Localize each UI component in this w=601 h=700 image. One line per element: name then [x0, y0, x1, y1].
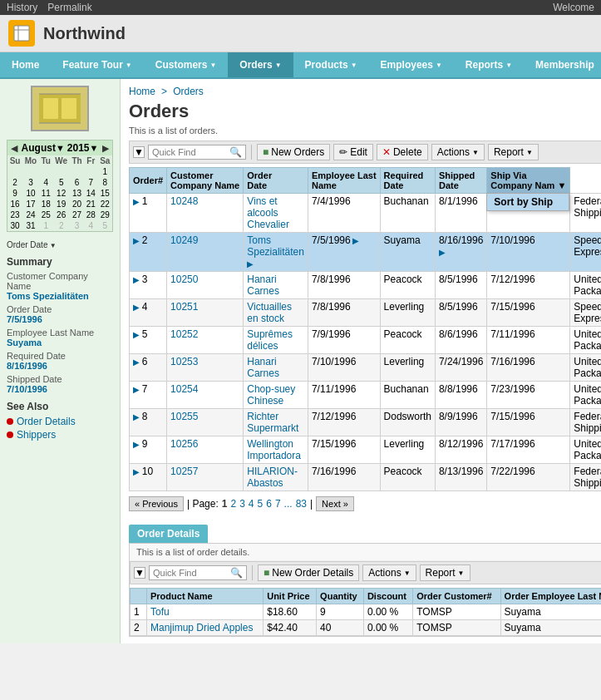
breadcrumb-home[interactable]: Home: [129, 86, 155, 97]
field-expand-icon[interactable]: ▶: [351, 236, 360, 245]
cal-day[interactable]: 1: [39, 220, 53, 231]
od-product-link[interactable]: Manjimup Dried Apples: [150, 622, 253, 633]
expand-icon[interactable]: ▶: [133, 197, 142, 206]
col-customer[interactable]: CustomerCompany Name: [167, 168, 244, 194]
expand-icon[interactable]: ▶: [133, 303, 142, 312]
cal-day[interactable]: 30: [7, 220, 22, 231]
cal-day[interactable]: 28: [84, 210, 97, 220]
nav-feature-tour[interactable]: Feature Tour: [51, 52, 143, 77]
expand-icon[interactable]: ▶: [133, 412, 142, 421]
table-row[interactable]: ▶ 810255Richter Supermarkt7/12/1996Dodsw…: [130, 409, 602, 436]
od-col-price[interactable]: Unit Price: [264, 589, 317, 604]
new-order-details-button[interactable]: ■ New Order Details: [258, 564, 359, 581]
table-row[interactable]: 2Manjimup Dried Apples$42.40400.00 %TOMS…: [131, 620, 602, 636]
delete-button[interactable]: ✕ Delete: [377, 144, 428, 160]
cal-day[interactable]: 1: [98, 166, 113, 177]
cal-day[interactable]: 11: [39, 188, 53, 199]
order-id-cell[interactable]: 10251: [167, 299, 244, 327]
table-row[interactable]: 1Tofu$18.6090.00 %TOMSPSuyama: [131, 604, 602, 620]
expand-icon[interactable]: ▶: [133, 440, 142, 449]
cal-day[interactable]: 22: [98, 199, 113, 210]
cal-day[interactable]: 6: [70, 177, 84, 188]
company-link[interactable]: Wellington Importadora: [247, 438, 301, 461]
table-row[interactable]: ▶ 210249Toms Spezialitäten ▶7/5/1996 ▶Su…: [130, 233, 602, 272]
od-col-order-customer[interactable]: Order Customer#: [413, 589, 500, 604]
order-id-link[interactable]: 10256: [170, 438, 198, 450]
cal-day[interactable]: 3: [70, 220, 84, 231]
company-link[interactable]: Chop-suey Chinese: [247, 383, 295, 407]
nav-employees[interactable]: Employees: [369, 52, 454, 77]
page-5[interactable]: 5: [258, 498, 264, 510]
new-orders-button[interactable]: ■ New Orders: [257, 144, 330, 160]
cal-day[interactable]: 20: [70, 199, 84, 210]
od-product-cell[interactable]: Tofu: [147, 604, 264, 620]
od-actions-dropdown[interactable]: Actions: [362, 564, 416, 581]
col-required-date[interactable]: RequiredDate: [380, 168, 435, 194]
cal-day[interactable]: 2: [53, 220, 70, 231]
order-id-cell[interactable]: 10250: [167, 272, 244, 299]
od-product-link[interactable]: Tofu: [150, 606, 170, 618]
expand-icon[interactable]: ▶: [133, 357, 142, 367]
company-link[interactable]: Suprêmes délices: [247, 328, 293, 352]
page-6[interactable]: 6: [266, 498, 272, 510]
cal-day[interactable]: 18: [39, 199, 53, 210]
filter-toggle[interactable]: ▼: [133, 146, 145, 158]
cal-day[interactable]: 29: [98, 210, 113, 220]
od-col-product[interactable]: Product Name: [147, 589, 264, 604]
cal-day[interactable]: 31: [22, 220, 39, 231]
expand-icon[interactable]: ▶: [133, 467, 142, 476]
od-filter-toggle[interactable]: ▼: [134, 567, 145, 579]
table-row[interactable]: ▶ 610253Hanari Carnes7/10/1996Leverling7…: [130, 354, 602, 382]
order-id-cell[interactable]: 10253: [167, 354, 244, 382]
cal-day[interactable]: 19: [53, 199, 70, 210]
company-link[interactable]: Richter Supermarkt: [247, 411, 298, 434]
cal-day[interactable]: 5: [98, 220, 113, 231]
page-3[interactable]: 3: [239, 498, 245, 510]
cal-day[interactable]: 7: [84, 177, 97, 188]
prev-button[interactable]: « Previous: [129, 496, 184, 511]
cal-day[interactable]: 21: [84, 199, 97, 210]
page-7[interactable]: 7: [275, 498, 281, 510]
page-2[interactable]: 2: [230, 498, 236, 510]
field-expand-icon[interactable]: ▶: [439, 248, 446, 257]
od-product-cell[interactable]: Manjimup Dried Apples: [147, 620, 264, 636]
cal-day[interactable]: 23: [7, 210, 22, 220]
col-employee[interactable]: Employee LastName: [308, 168, 380, 194]
calendar-prev[interactable]: ◀: [11, 143, 17, 154]
expand-icon[interactable]: ▶: [133, 385, 142, 394]
company-link[interactable]: Hanari Carnes: [247, 356, 279, 379]
order-date-filter[interactable]: Order Date: [7, 239, 113, 251]
order-id-link[interactable]: 10248: [170, 195, 198, 207]
col-ship-via[interactable]: Ship ViaCompany Nam ▼ Sort by Ship: [487, 168, 570, 194]
order-id-cell[interactable]: 10256: [167, 436, 244, 464]
order-id-cell[interactable]: 10257: [167, 464, 244, 491]
company-link[interactable]: Hanari Carnes: [247, 274, 279, 297]
sort-by-ship-item[interactable]: Sort by Ship: [487, 194, 569, 210]
nav-orders[interactable]: Orders: [228, 52, 293, 77]
table-row[interactable]: ▶ 1010257HILARION-Abastos7/16/1996Peacoc…: [130, 464, 602, 491]
nav-products[interactable]: Products: [293, 52, 369, 77]
expand-icon[interactable]: ▶: [133, 236, 142, 245]
od-col-qty[interactable]: Quantity: [317, 589, 364, 604]
nav-customers[interactable]: Customers: [144, 52, 229, 77]
company-link[interactable]: HILARION-Abastos: [247, 466, 298, 489]
expand-icon[interactable]: ▶: [133, 330, 142, 339]
od-report-dropdown[interactable]: Report: [420, 564, 470, 581]
order-id-cell[interactable]: 10252: [167, 327, 244, 354]
order-id-cell[interactable]: 10254: [167, 382, 244, 409]
cal-day[interactable]: 8: [98, 177, 113, 188]
company-link[interactable]: Vins et alcools Chevalier: [247, 195, 289, 230]
cal-day[interactable]: 13: [70, 188, 84, 199]
cal-day[interactable]: 12: [53, 188, 70, 199]
order-id-link[interactable]: 10251: [170, 301, 198, 313]
history-link[interactable]: History: [7, 2, 37, 13]
next-button[interactable]: Next »: [316, 496, 354, 511]
table-row[interactable]: ▶ 410251Victuailles en stock7/8/1996Leve…: [130, 299, 602, 327]
cal-day[interactable]: 17: [22, 199, 39, 210]
nav-membership[interactable]: Membership: [524, 52, 601, 77]
table-row[interactable]: ▶ 510252Suprêmes délices7/9/1996Peacock8…: [130, 327, 602, 354]
page-1[interactable]: 1: [222, 498, 228, 510]
cal-day[interactable]: 26: [53, 210, 70, 220]
od-search-icon[interactable]: 🔍: [230, 567, 243, 579]
page-4[interactable]: 4: [249, 498, 254, 510]
